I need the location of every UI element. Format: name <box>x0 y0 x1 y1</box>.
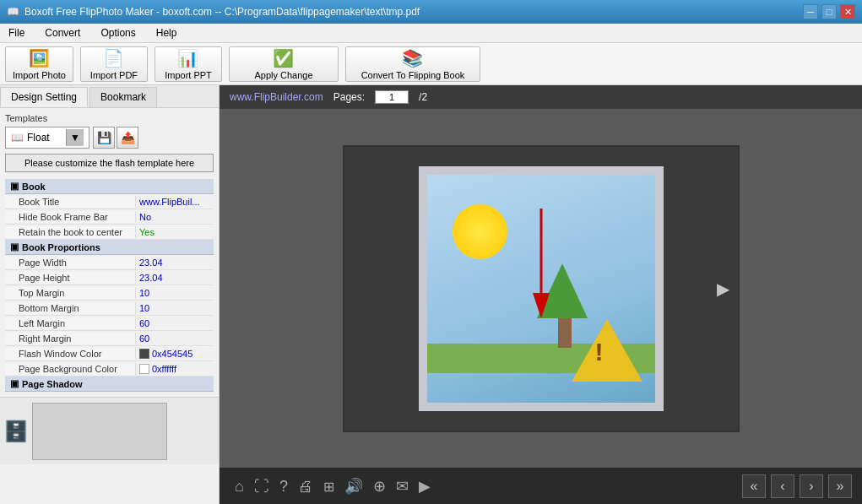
viewer-nav-buttons: « ‹ › » <box>742 474 852 498</box>
tree-section-book[interactable]: ▣ Book <box>5 179 214 194</box>
help-button[interactable]: ? <box>279 478 288 496</box>
maximize-button[interactable]: □ <box>821 4 837 19</box>
template-export-button[interactable]: 📤 <box>117 127 138 149</box>
app-icon: 📖 <box>7 6 19 18</box>
templates-section: Templates 📖 Float ▼ 💾 📤 Please customize… <box>5 113 214 172</box>
import-pdf-icon: 📄 <box>103 48 124 68</box>
menu-bar: File Convert Options Help <box>0 24 862 43</box>
site-url: www.FlipBuilder.com <box>230 91 323 103</box>
sound-button[interactable]: 🔊 <box>344 477 363 496</box>
template-save-button[interactable]: 💾 <box>93 127 115 149</box>
collapse-proportions-icon: ▣ <box>10 241 19 252</box>
menu-convert[interactable]: Convert <box>40 25 85 41</box>
tree-section-page-shadow[interactable]: ▣ Page Shadow <box>5 377 214 392</box>
page-number-input[interactable] <box>375 90 409 104</box>
book-section-label: Book <box>22 182 46 192</box>
tree-label-page-height: Page Height <box>5 272 136 284</box>
tree-value-page-bg-color[interactable]: 0xffffff <box>136 363 214 375</box>
tree-label-right-margin: Right Margin <box>5 333 136 344</box>
book-viewer: ! ▶ <box>220 109 862 468</box>
template-dropdown[interactable]: 📖 Float ▼ <box>5 127 89 149</box>
left-panel: Design Setting Bookmark Templates 📖 Floa… <box>0 85 220 504</box>
zoom-button[interactable]: ⊕ <box>373 477 386 496</box>
tree-row-page-width: Page Width 23.04 <box>5 255 214 270</box>
tree-row-book-title: Book Title www.FlipBuil... <box>5 194 214 209</box>
print-button[interactable]: 🖨 <box>298 478 313 496</box>
templates-label: Templates <box>5 113 214 123</box>
tree-value-page-height[interactable]: 23.04 <box>136 272 214 284</box>
convert-book-label: Convert To Flipping Book <box>361 70 465 80</box>
tree-label-bottom-margin: Bottom Margin <box>5 302 136 314</box>
collapse-shadow-icon: ▣ <box>10 378 19 389</box>
tab-design-setting[interactable]: Design Setting <box>0 87 88 107</box>
tree-row-left-margin: Left Margin 60 <box>5 316 214 331</box>
tree-row-right-margin: Right Margin 60 <box>5 331 214 346</box>
tree-section-proportions[interactable]: ▣ Book Proportions <box>5 240 214 255</box>
book-display: ! ▶ <box>343 145 740 432</box>
import-pdf-button[interactable]: 📄 Import PDF <box>80 46 148 82</box>
customize-button[interactable]: Please customize the flash template here <box>5 154 214 172</box>
flash-window-color-swatch <box>139 349 149 359</box>
tab-bookmark[interactable]: Bookmark <box>89 87 157 107</box>
convert-book-icon: 📚 <box>402 48 423 68</box>
tree-row-retain-center: Retain the book to center Yes <box>5 225 214 240</box>
first-page-button[interactable]: « <box>742 474 766 498</box>
minimize-button[interactable]: ─ <box>803 4 818 19</box>
tree-row-page-height: Page Height 23.04 <box>5 270 214 285</box>
pages-label: Pages: <box>333 91 365 103</box>
red-arrow <box>516 209 567 327</box>
tree-value-hide-frame[interactable]: No <box>136 211 214 223</box>
viewer-toolbar: ⌂ ⛶ ? 🖨 ⊞ 🔊 ⊕ ✉ ▶ « ‹ › » <box>220 468 862 504</box>
apply-change-button[interactable]: ✅ Apply Change <box>229 46 339 82</box>
fit-screen-button[interactable]: ⛶ <box>254 478 269 496</box>
design-content: Templates 📖 Float ▼ 💾 📤 Please customize… <box>0 108 219 397</box>
convert-book-button[interactable]: 📚 Convert To Flipping Book <box>345 46 480 82</box>
tab-bar: Design Setting Bookmark <box>0 85 219 108</box>
tree-label-retain-center: Retain the book to center <box>5 226 136 238</box>
tree-value-left-margin[interactable]: 60 <box>136 317 214 329</box>
toolbar: 🖼️ Import Photo 📄 Import PDF 📊 Import PP… <box>0 43 862 85</box>
import-photo-button[interactable]: 🖼️ Import Photo <box>5 46 73 82</box>
tree-value-top-margin[interactable]: 10 <box>136 287 214 299</box>
tree-value-page-width[interactable]: 23.04 <box>136 257 214 268</box>
thumbnail-button[interactable]: ⊞ <box>323 479 334 495</box>
tree-row-flash-window-color: Flash Window Color 0x454545 <box>5 346 214 361</box>
window-title: Boxoft Free FlipPhoto Maker - boxoft.com… <box>24 6 420 18</box>
tree-value-flash-window-color[interactable]: 0x454545 <box>136 348 214 360</box>
tree-value-bottom-margin[interactable]: 10 <box>136 302 214 314</box>
tree-value-book-title[interactable]: www.FlipBuil... <box>136 196 214 208</box>
sun-graphic <box>453 204 507 259</box>
main-area: Design Setting Bookmark Templates 📖 Floa… <box>0 85 862 504</box>
tree-row-bottom-margin: Bottom Margin 10 <box>5 301 214 316</box>
menu-file[interactable]: File <box>3 25 30 41</box>
home-button[interactable]: ⌂ <box>235 478 244 496</box>
close-button[interactable]: ✕ <box>840 4 855 19</box>
next-page-button-2[interactable]: › <box>800 474 823 498</box>
tree-label-left-margin: Left Margin <box>5 317 136 329</box>
svg-marker-1 <box>533 293 550 318</box>
tree-row-top-margin: Top Margin 10 <box>5 285 214 301</box>
import-ppt-label: Import PPT <box>165 70 212 80</box>
template-name: Float <box>27 132 50 144</box>
menu-help[interactable]: Help <box>151 25 182 41</box>
import-photo-label: Import Photo <box>13 70 66 80</box>
next-page-button[interactable]: ▶ <box>717 279 729 299</box>
last-page-button[interactable]: » <box>828 474 852 498</box>
prev-page-button[interactable]: ‹ <box>771 474 794 498</box>
apply-change-label: Apply Change <box>254 70 312 80</box>
viewer-topbar: www.FlipBuilder.com Pages: /2 <box>220 85 862 109</box>
tree-value-right-margin[interactable]: 60 <box>136 333 214 344</box>
email-button[interactable]: ✉ <box>396 477 409 496</box>
import-ppt-button[interactable]: 📊 Import PPT <box>155 46 222 82</box>
tree-value-retain-center[interactable]: Yes <box>136 226 214 238</box>
import-photo-icon: 🖼️ <box>29 48 50 68</box>
apply-change-icon: ✅ <box>273 48 294 68</box>
collapse-icon: ▣ <box>10 181 19 192</box>
title-bar: 📖 Boxoft Free FlipPhoto Maker - boxoft.c… <box>0 0 862 24</box>
page-bg-color-swatch <box>139 364 149 374</box>
template-selector: 📖 Float ▼ 💾 📤 <box>5 127 214 149</box>
menu-options[interactable]: Options <box>95 25 140 41</box>
book-image: ! <box>419 166 664 411</box>
play-button[interactable]: ▶ <box>419 477 431 496</box>
import-pdf-label: Import PDF <box>90 70 138 80</box>
